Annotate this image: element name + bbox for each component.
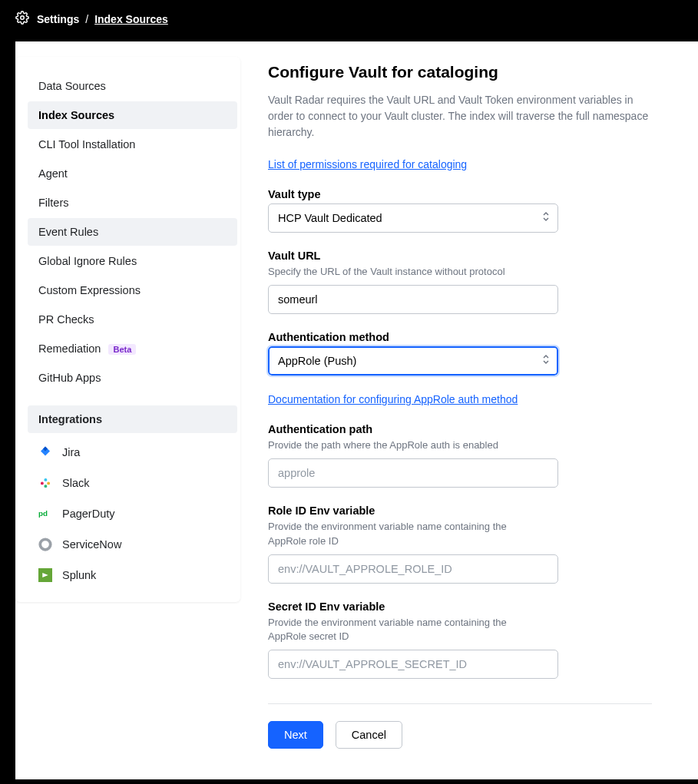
- gear-icon: [15, 11, 29, 28]
- sidebar-item-github-apps[interactable]: GitHub Apps: [28, 364, 237, 392]
- vault-url-label: Vault URL: [268, 250, 652, 262]
- auth-method-select[interactable]: AppRole (Push): [268, 346, 558, 375]
- sidebar-item-agent[interactable]: Agent: [28, 160, 237, 187]
- secret-id-input[interactable]: [268, 650, 558, 679]
- auth-doc-link[interactable]: Documentation for configuring AppRole au…: [268, 393, 518, 405]
- sidebar-item-custom-expr[interactable]: Custom Expressions: [28, 276, 237, 304]
- sidebar-item-event-rules[interactable]: Event Rules: [28, 218, 237, 246]
- sidebar-item-filters[interactable]: Filters: [28, 189, 237, 217]
- sidebar-item-global-ignore[interactable]: Global Ignore Rules: [28, 247, 237, 275]
- jira-icon: [38, 445, 52, 459]
- svg-text:pd: pd: [38, 509, 48, 518]
- breadcrumb-separator: /: [85, 13, 88, 25]
- sidebar-item-pagerduty[interactable]: pd PagerDuty: [28, 499, 237, 528]
- auth-method-label: Authentication method: [268, 331, 652, 343]
- sidebar-item-label: ServiceNow: [62, 538, 121, 551]
- sidebar-item-label: Jira: [62, 446, 80, 458]
- vault-url-hint: Specify the URL of the Vault instance wi…: [268, 265, 529, 279]
- sidebar-item-label: Remediation: [38, 342, 101, 355]
- role-id-input[interactable]: [268, 554, 558, 584]
- next-button[interactable]: Next: [268, 721, 323, 749]
- sidebar: Data Sources Index Sources CLI Tool Inst…: [15, 57, 240, 602]
- servicenow-icon: [38, 538, 52, 551]
- secret-id-hint: Provide the environment variable name co…: [268, 616, 529, 643]
- sidebar-item-remediation[interactable]: Remediation Beta: [28, 335, 237, 362]
- role-id-label: Role ID Env variable: [268, 504, 652, 517]
- role-id-hint: Provide the environment variable name co…: [268, 520, 529, 547]
- svg-point-6: [40, 539, 51, 550]
- breadcrumb-root[interactable]: Settings: [37, 13, 79, 25]
- splunk-icon: [38, 568, 52, 582]
- sidebar-item-label: Slack: [62, 477, 89, 489]
- cancel-button[interactable]: Cancel: [336, 721, 402, 749]
- breadcrumb: Settings / Index Sources: [37, 13, 168, 25]
- svg-rect-4: [45, 485, 48, 488]
- sidebar-item-pr-checks[interactable]: PR Checks: [28, 306, 237, 333]
- vault-url-input[interactable]: [268, 285, 558, 314]
- sidebar-item-data-sources[interactable]: Data Sources: [28, 72, 237, 100]
- sidebar-section-integrations: Integrations: [28, 405, 237, 433]
- pagerduty-icon: pd: [38, 507, 52, 521]
- sidebar-item-cli-tool[interactable]: CLI Tool Installation: [28, 131, 237, 158]
- sidebar-item-label: Splunk: [62, 569, 96, 581]
- sidebar-item-slack[interactable]: Slack: [28, 468, 237, 498]
- slack-icon: [38, 476, 52, 490]
- permissions-link[interactable]: List of permissions required for catalog…: [268, 158, 467, 170]
- sidebar-item-splunk[interactable]: Splunk: [28, 561, 237, 590]
- svg-rect-3: [47, 482, 50, 485]
- page-title: Configure Vault for cataloging: [268, 63, 652, 81]
- breadcrumb-current[interactable]: Index Sources: [94, 13, 168, 25]
- auth-path-hint: Provide the path where the AppRole auth …: [268, 438, 529, 452]
- svg-point-0: [21, 16, 25, 20]
- svg-rect-2: [45, 478, 48, 481]
- page-description: Vault Radar requires the Vault URL and V…: [268, 92, 652, 141]
- secret-id-label: Secret ID Env variable: [268, 600, 652, 613]
- svg-rect-1: [41, 482, 44, 485]
- sidebar-item-index-sources[interactable]: Index Sources: [28, 101, 237, 129]
- sidebar-item-label: PagerDuty: [62, 508, 115, 520]
- vault-type-select[interactable]: HCP Vault Dedicated: [268, 203, 558, 233]
- sidebar-item-jira[interactable]: Jira: [28, 438, 237, 467]
- divider: [268, 703, 652, 704]
- auth-path-label: Authentication path: [268, 423, 652, 435]
- auth-path-input[interactable]: [268, 458, 558, 488]
- sidebar-item-servicenow[interactable]: ServiceNow: [28, 530, 237, 559]
- beta-badge: Beta: [108, 344, 136, 355]
- header: Settings / Index Sources: [0, 0, 698, 38]
- vault-type-label: Vault type: [268, 188, 652, 200]
- main-content: Configure Vault for cataloging Vault Rad…: [268, 57, 698, 749]
